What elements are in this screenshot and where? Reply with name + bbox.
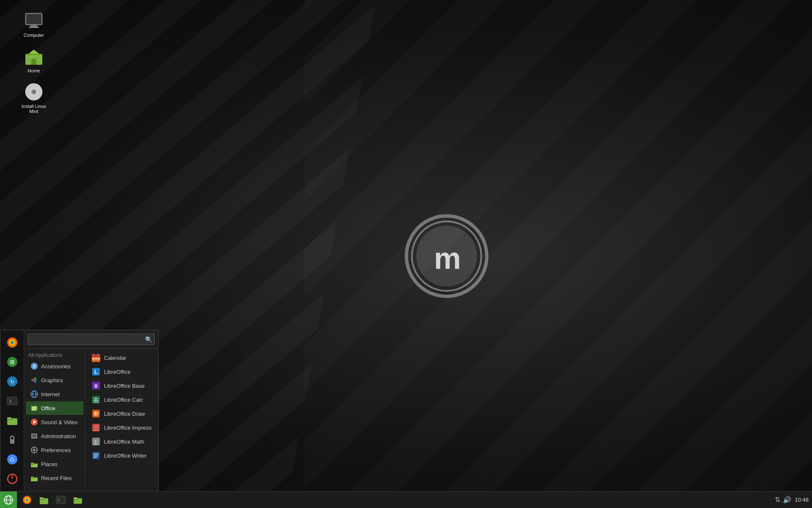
svg-text:m: m (434, 241, 459, 275)
taskbar-apps: $ _ (17, 491, 88, 508)
menu-main: 🔍 All Applications A Access (24, 330, 158, 491)
menu-category-accessories[interactable]: A Accessories (26, 359, 83, 373)
sidebar-item-firefox[interactable] (3, 334, 21, 351)
install-icon-label: Install Linux Mint (19, 104, 49, 114)
svg-text:G: G (10, 456, 14, 463)
menu-category-preferences[interactable]: Preferences (26, 443, 83, 457)
administration-cat-icon (30, 432, 38, 440)
sidebar-item-power[interactable] (3, 470, 21, 488)
libreoffice-draw-app-icon (91, 409, 101, 418)
network-tray-icon[interactable]: ⇅ (775, 496, 780, 504)
start-menu: ⊞ ↻ $_ (0, 330, 159, 491)
svg-text:A: A (33, 364, 36, 369)
taskbar-app-firefox[interactable] (19, 492, 35, 508)
svg-rect-107 (74, 497, 77, 499)
search-icon: 🔍 (145, 336, 152, 343)
app-item-libreoffice-math[interactable]: ∑ LibreOffice Math (87, 435, 156, 448)
sidebar-item-update[interactable]: ↻ (3, 373, 21, 390)
app-item-libreoffice-impress[interactable]: LibreOffice Impress (87, 421, 156, 434)
svg-rect-51 (33, 438, 36, 439)
svg-rect-93 (93, 457, 97, 458)
libreoffice-math-app-icon: ∑ (91, 437, 101, 446)
svg-rect-44 (32, 407, 36, 408)
internet-cat-icon (30, 390, 38, 398)
svg-rect-68 (98, 353, 99, 356)
app-item-calendar[interactable]: Calendar (87, 351, 156, 364)
svg-rect-11 (31, 59, 36, 65)
menu-category-office[interactable]: Office (26, 401, 83, 415)
taskbar-system-tray: ⇅ 🔊 10:48 (775, 496, 812, 504)
calendar-app-icon (91, 353, 101, 362)
search-input[interactable] (27, 334, 155, 345)
sidebar-item-terminal[interactable]: $_ (3, 392, 21, 410)
svg-rect-57 (36, 450, 38, 450)
volume-tray-icon[interactable]: 🔊 (783, 496, 791, 504)
svg-rect-63 (31, 477, 34, 478)
svg-rect-7 (29, 27, 39, 28)
menu-category-graphics[interactable]: Graphics (26, 373, 83, 387)
svg-text:B: B (94, 384, 97, 389)
svg-point-99 (26, 499, 28, 501)
preferences-cat-icon (30, 446, 38, 454)
graphics-cat-icon (30, 376, 38, 384)
app-item-libreoffice-calc[interactable]: LibreOffice Calc (87, 393, 156, 406)
svg-point-53 (33, 449, 36, 451)
category-header: All Applications (24, 351, 85, 359)
svg-rect-102 (40, 497, 44, 499)
app-item-libreoffice-base[interactable]: B LibreOffice Base (87, 379, 156, 392)
svg-rect-60 (31, 463, 34, 464)
svg-point-29 (11, 441, 13, 442)
svg-rect-91 (93, 455, 99, 456)
svg-point-37 (31, 379, 34, 381)
menu-category-sound-video[interactable]: Sound & Video (26, 415, 83, 429)
svg-text:∑: ∑ (94, 439, 98, 445)
start-menu-button[interactable] (0, 491, 17, 508)
svg-rect-69 (93, 358, 94, 359)
app-item-libreoffice-draw[interactable]: LibreOffice Draw (87, 407, 156, 420)
app-item-libreoffice[interactable]: L LibreOffice (87, 365, 156, 378)
svg-rect-54 (34, 447, 35, 448)
tray-icons: ⇅ 🔊 (775, 496, 791, 504)
menu-category-places[interactable]: Places (26, 457, 83, 471)
svg-rect-6 (30, 25, 37, 27)
recent-cat-icon (30, 474, 38, 482)
svg-rect-86 (93, 430, 99, 431)
menu-category-administration[interactable]: Administration (26, 429, 83, 443)
sidebar-item-files[interactable] (3, 411, 21, 429)
mint-logo: m (400, 207, 493, 301)
menu-category-internet[interactable]: Internet (26, 387, 83, 401)
desktop-icon-install[interactable]: Install Linux Mint (17, 80, 51, 116)
taskbar-app-terminal[interactable]: $ _ (53, 492, 69, 508)
sidebar-item-software[interactable]: ⊞ (3, 353, 21, 371)
svg-point-14 (33, 91, 35, 93)
svg-rect-56 (31, 450, 33, 450)
app-item-libreoffice-writer[interactable]: LibreOffice Writer (87, 449, 156, 462)
desktop-icons-container: Computer Home (17, 8, 51, 116)
places-cat-icon (30, 460, 38, 468)
office-cat-icon (30, 404, 38, 412)
menu-category-recent[interactable]: Recent Files (26, 471, 83, 485)
sidebar-item-lock[interactable] (3, 431, 21, 449)
home-icon-label: Home (27, 68, 40, 73)
svg-point-38 (34, 378, 36, 380)
svg-rect-71 (98, 358, 99, 359)
install-disc-icon (24, 82, 44, 102)
libreoffice-calc-app-icon (91, 395, 101, 404)
svg-rect-10 (25, 54, 42, 55)
svg-rect-70 (95, 358, 97, 359)
sidebar-item-chrome[interactable]: G (3, 450, 21, 468)
desktop-icon-computer[interactable]: Computer (17, 8, 51, 40)
sound-video-cat-icon (30, 418, 38, 426)
svg-rect-92 (93, 456, 98, 457)
svg-rect-67 (93, 353, 94, 356)
svg-text:⊞: ⊞ (10, 359, 15, 365)
svg-point-18 (11, 341, 14, 344)
taskbar-app-folder[interactable] (70, 492, 85, 508)
desktop-icon-home[interactable]: Home (17, 44, 51, 75)
taskbar-app-files[interactable] (36, 492, 52, 508)
svg-text:$ _: $ _ (58, 498, 65, 502)
svg-rect-55 (34, 452, 35, 453)
libreoffice-writer-app-icon (91, 451, 101, 460)
desktop: m Computer (0, 0, 812, 508)
computer-icon (24, 11, 44, 31)
